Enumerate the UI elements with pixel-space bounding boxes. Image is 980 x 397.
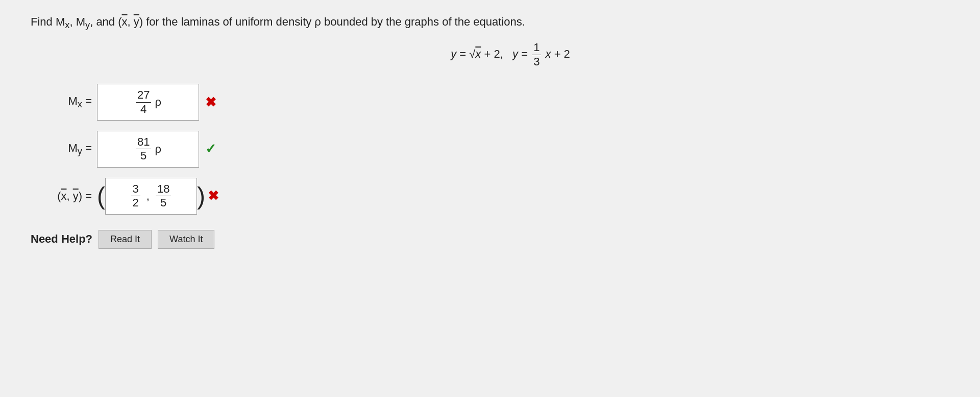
- mx-fraction: 27 4: [136, 88, 151, 116]
- comma-separator: ,: [146, 190, 150, 203]
- mx-status-wrong-icon: ✖: [205, 95, 216, 110]
- ybar-numerator: 18: [156, 182, 171, 196]
- mx-numerator: 27: [136, 88, 151, 102]
- ybar-fraction: 18 5: [156, 182, 171, 210]
- mx-label: Mx =: [31, 95, 92, 110]
- main-container: Find Mx, My, and (x, y) for the laminas …: [0, 0, 980, 397]
- my-numerator: 81: [136, 135, 151, 149]
- my-row: My = 81 5 ρ ✓: [31, 131, 949, 168]
- xy-row: (x, y) = ( 3 2 , 18 5 ) ✖: [31, 178, 949, 215]
- y-bar: y: [134, 15, 139, 28]
- x-bar: x: [122, 15, 128, 28]
- ybar-label: y: [73, 190, 79, 202]
- ybar-denominator: 5: [159, 196, 168, 209]
- my-fraction: 81 5: [136, 135, 151, 163]
- mx-subscript: x: [65, 19, 69, 30]
- right-paren: ): [197, 184, 205, 208]
- my-subscript: y: [85, 19, 90, 30]
- mx-answer-box[interactable]: 27 4 ρ: [97, 84, 199, 121]
- mx-row: Mx = 27 4 ρ ✖: [31, 84, 949, 121]
- problem-text: Find Mx, My, and (x, y) for the laminas …: [31, 15, 949, 31]
- my-rho: ρ: [155, 143, 161, 156]
- xbar-label: x: [61, 190, 66, 202]
- read-it-button[interactable]: Read It: [99, 230, 152, 249]
- need-help-label: Need Help?: [31, 232, 92, 246]
- xbar-denominator: 2: [131, 196, 140, 209]
- mx-denominator: 4: [139, 103, 148, 116]
- left-paren: (: [97, 184, 105, 208]
- my-status-correct-icon: ✓: [205, 141, 216, 157]
- xy-answer-box[interactable]: 3 2 , 18 5: [105, 178, 197, 215]
- my-answer-box[interactable]: 81 5 ρ: [97, 131, 199, 168]
- mx-rho: ρ: [155, 96, 161, 109]
- xbar-numerator: 3: [131, 182, 140, 196]
- xy-label: (x, y) =: [31, 190, 92, 203]
- eq2-numerator: 1: [532, 41, 541, 55]
- need-help-section: Need Help? Read It Watch It: [31, 230, 949, 249]
- xbar-fraction: 3 2: [131, 182, 140, 210]
- my-denominator: 5: [139, 149, 148, 162]
- xy-status-wrong-icon: ✖: [208, 188, 219, 204]
- equations-line: y = √x + 2, y = 1 3 x + 2: [71, 41, 949, 68]
- my-label: My =: [31, 142, 92, 157]
- watch-it-button[interactable]: Watch It: [158, 230, 214, 249]
- eq2-denominator: 3: [532, 55, 541, 68]
